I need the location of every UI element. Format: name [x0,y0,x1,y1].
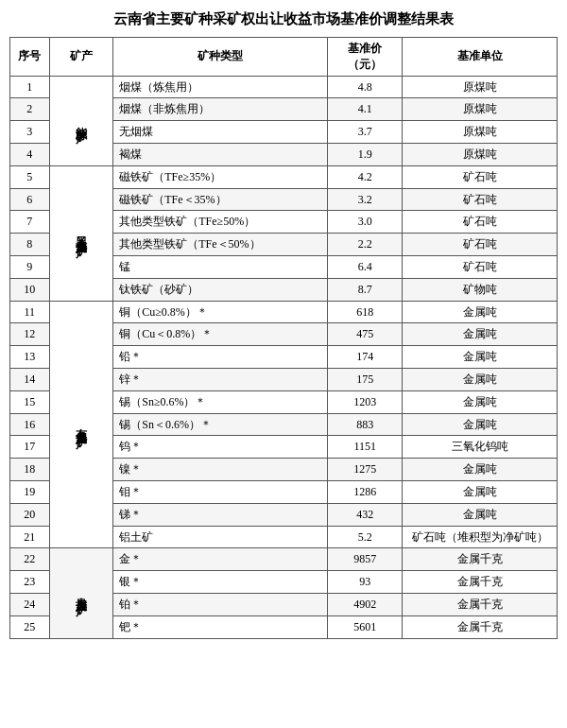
cell-seq: 14 [10,368,50,390]
cell-seq: 11 [10,301,50,323]
cell-seq: 20 [10,503,50,526]
cell-seq: 5 [10,165,50,188]
cell-unit: 金属千克 [403,548,558,571]
cell-seq: 12 [10,323,50,346]
cell-type: 钨＊ [113,436,328,459]
cell-unit: 原煤吨 [403,121,558,144]
table-row: 22贵金属矿产金＊9857金属千克 [10,548,558,571]
cell-type: 烟煤（炼焦用） [113,76,328,98]
cell-value: 618 [328,301,403,323]
cell-unit: 金属千克 [403,571,558,594]
cell-type: 无烟煤 [113,121,328,144]
cell-seq: 23 [10,571,50,594]
cell-seq: 24 [10,593,50,615]
cell-type: 钛铁矿（砂矿） [113,278,328,301]
cell-unit: 金属吨 [403,480,558,503]
cell-type: 磁铁矿（TFe＜35%） [113,188,328,211]
table-row: 1能源矿产烟煤（炼焦用）4.8原煤吨 [10,76,558,98]
page-title: 云南省主要矿种采矿权出让收益市场基准价调整结果表 [9,9,558,29]
cell-type: 钼＊ [113,480,328,503]
cell-value: 3.2 [328,188,403,211]
cell-type: 褐煤 [113,143,328,165]
cell-type: 锰 [113,255,328,278]
cell-type: 铜（Cu＜0.8%）＊ [113,323,328,346]
cell-unit: 矿石吨 [403,188,558,211]
cell-type: 锡（Sn≥0.6%）＊ [113,390,328,413]
header-seq: 序号 [10,38,50,77]
cell-seq: 9 [10,255,50,278]
cell-seq: 13 [10,346,50,369]
cell-type: 锌＊ [113,368,328,390]
cell-type: 铂＊ [113,593,328,615]
cell-value: 2.2 [328,234,403,256]
cell-unit: 金属吨 [403,459,558,481]
cell-seq: 4 [10,143,50,165]
cell-seq: 3 [10,121,50,144]
cell-unit: 金属吨 [403,301,558,323]
cell-seq: 8 [10,234,50,256]
cell-value: 1275 [328,459,403,481]
cell-type: 铝土矿 [113,526,328,548]
cell-value: 1286 [328,480,403,503]
cell-value: 475 [328,323,403,346]
cell-value: 4902 [328,593,403,615]
cell-seq: 21 [10,526,50,548]
cell-group: 黑色金属矿产 [49,165,113,301]
header-unit: 基准单位 [403,38,558,77]
cell-value: 1151 [328,436,403,459]
cell-value: 883 [328,413,403,436]
cell-value: 9857 [328,548,403,571]
cell-unit: 原煤吨 [403,76,558,98]
cell-type: 铜（Cu≥0.8%）＊ [113,301,328,323]
cell-value: 3.7 [328,121,403,144]
cell-unit: 金属吨 [403,346,558,369]
cell-value: 175 [328,368,403,390]
cell-unit: 三氧化钨吨 [403,436,558,459]
cell-value: 5601 [328,615,403,638]
cell-unit: 矿石吨 [403,234,558,256]
cell-unit: 矿石吨（堆积型为净矿吨） [403,526,558,548]
cell-unit: 矿物吨 [403,278,558,301]
cell-value: 3.0 [328,211,403,234]
cell-type: 锡（Sn＜0.6%）＊ [113,413,328,436]
cell-seq: 2 [10,98,50,121]
cell-type: 其他类型铁矿（TFe＜50%） [113,234,328,256]
cell-seq: 7 [10,211,50,234]
cell-type: 铅＊ [113,346,328,369]
cell-seq: 17 [10,436,50,459]
cell-unit: 金属吨 [403,503,558,526]
cell-unit: 原煤吨 [403,143,558,165]
cell-value: 1203 [328,390,403,413]
cell-type: 其他类型铁矿（TFe≥50%） [113,211,328,234]
cell-value: 174 [328,346,403,369]
cell-type: 银＊ [113,571,328,594]
cell-value: 8.7 [328,278,403,301]
cell-unit: 金属千克 [403,615,558,638]
cell-seq: 1 [10,76,50,98]
cell-seq: 19 [10,480,50,503]
cell-seq: 10 [10,278,50,301]
cell-value: 5.2 [328,526,403,548]
cell-group: 贵金属矿产 [49,548,113,638]
cell-type: 锑＊ [113,503,328,526]
cell-type: 磁铁矿（TFe≥35%） [113,165,328,188]
table-row: 5黑色金属矿产磁铁矿（TFe≥35%）4.2矿石吨 [10,165,558,188]
cell-type: 钯＊ [113,615,328,638]
table-row: 11有色金属矿产铜（Cu≥0.8%）＊618金属吨 [10,301,558,323]
cell-value: 6.4 [328,255,403,278]
cell-unit: 金属吨 [403,390,558,413]
cell-value: 4.1 [328,98,403,121]
cell-unit: 矿石吨 [403,211,558,234]
header-price: 基准价（元） [328,38,403,77]
cell-seq: 22 [10,548,50,571]
cell-unit: 矿石吨 [403,255,558,278]
cell-group: 有色金属矿产 [49,301,113,548]
cell-type: 金＊ [113,548,328,571]
header-mineral: 矿产 [49,38,113,77]
header-type: 矿种类型 [113,38,328,77]
cell-value: 4.8 [328,76,403,98]
cell-unit: 金属千克 [403,593,558,615]
main-table: 序号 矿产 矿种类型 基准价（元） 基准单位 1能源矿产烟煤（炼焦用）4.8原煤… [9,37,558,639]
cell-seq: 18 [10,459,50,481]
cell-value: 1.9 [328,143,403,165]
